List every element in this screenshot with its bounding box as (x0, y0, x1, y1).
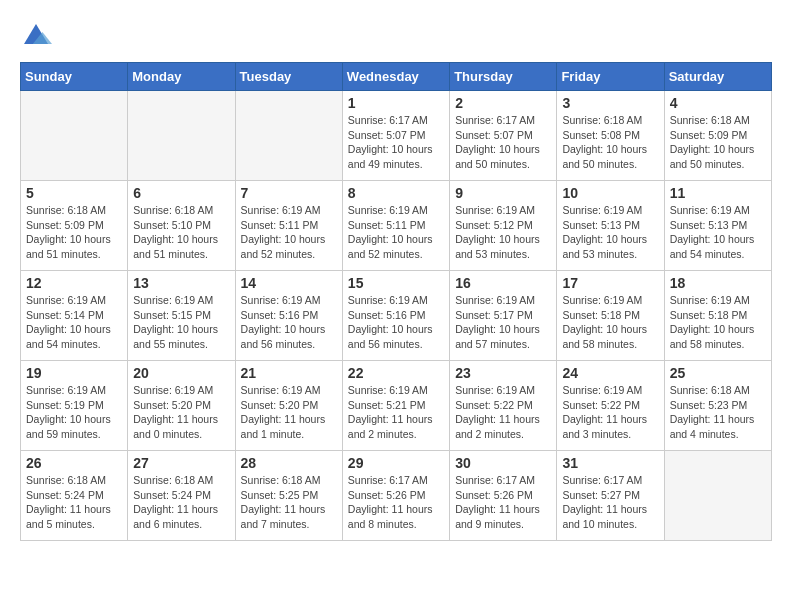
calendar-cell: 27Sunrise: 6:18 AM Sunset: 5:24 PM Dayli… (128, 451, 235, 541)
calendar-cell: 29Sunrise: 6:17 AM Sunset: 5:26 PM Dayli… (342, 451, 449, 541)
day-info: Sunrise: 6:19 AM Sunset: 5:15 PM Dayligh… (133, 293, 229, 352)
calendar-cell: 30Sunrise: 6:17 AM Sunset: 5:26 PM Dayli… (450, 451, 557, 541)
day-info: Sunrise: 6:19 AM Sunset: 5:11 PM Dayligh… (348, 203, 444, 262)
day-info: Sunrise: 6:17 AM Sunset: 5:07 PM Dayligh… (348, 113, 444, 172)
calendar-cell (128, 91, 235, 181)
calendar-cell (21, 91, 128, 181)
day-number: 13 (133, 275, 229, 291)
day-info: Sunrise: 6:19 AM Sunset: 5:22 PM Dayligh… (455, 383, 551, 442)
calendar-cell: 5Sunrise: 6:18 AM Sunset: 5:09 PM Daylig… (21, 181, 128, 271)
day-number: 29 (348, 455, 444, 471)
day-info: Sunrise: 6:18 AM Sunset: 5:08 PM Dayligh… (562, 113, 658, 172)
day-info: Sunrise: 6:19 AM Sunset: 5:16 PM Dayligh… (241, 293, 337, 352)
day-info: Sunrise: 6:17 AM Sunset: 5:26 PM Dayligh… (455, 473, 551, 532)
day-number: 27 (133, 455, 229, 471)
calendar-cell: 7Sunrise: 6:19 AM Sunset: 5:11 PM Daylig… (235, 181, 342, 271)
calendar-cell: 16Sunrise: 6:19 AM Sunset: 5:17 PM Dayli… (450, 271, 557, 361)
page-header (20, 20, 772, 52)
calendar-cell (664, 451, 771, 541)
calendar-cell: 19Sunrise: 6:19 AM Sunset: 5:19 PM Dayli… (21, 361, 128, 451)
day-number: 28 (241, 455, 337, 471)
day-info: Sunrise: 6:19 AM Sunset: 5:20 PM Dayligh… (133, 383, 229, 442)
calendar-cell: 15Sunrise: 6:19 AM Sunset: 5:16 PM Dayli… (342, 271, 449, 361)
day-info: Sunrise: 6:18 AM Sunset: 5:09 PM Dayligh… (26, 203, 122, 262)
calendar-cell: 6Sunrise: 6:18 AM Sunset: 5:10 PM Daylig… (128, 181, 235, 271)
day-number: 5 (26, 185, 122, 201)
day-number: 7 (241, 185, 337, 201)
calendar-cell: 17Sunrise: 6:19 AM Sunset: 5:18 PM Dayli… (557, 271, 664, 361)
day-number: 12 (26, 275, 122, 291)
day-info: Sunrise: 6:19 AM Sunset: 5:22 PM Dayligh… (562, 383, 658, 442)
day-number: 26 (26, 455, 122, 471)
day-number: 24 (562, 365, 658, 381)
header-friday: Friday (557, 63, 664, 91)
day-info: Sunrise: 6:18 AM Sunset: 5:10 PM Dayligh… (133, 203, 229, 262)
header-monday: Monday (128, 63, 235, 91)
day-info: Sunrise: 6:19 AM Sunset: 5:11 PM Dayligh… (241, 203, 337, 262)
calendar-cell: 22Sunrise: 6:19 AM Sunset: 5:21 PM Dayli… (342, 361, 449, 451)
day-number: 14 (241, 275, 337, 291)
header-thursday: Thursday (450, 63, 557, 91)
day-number: 17 (562, 275, 658, 291)
day-number: 23 (455, 365, 551, 381)
day-number: 8 (348, 185, 444, 201)
day-number: 25 (670, 365, 766, 381)
day-info: Sunrise: 6:19 AM Sunset: 5:19 PM Dayligh… (26, 383, 122, 442)
calendar-cell: 1Sunrise: 6:17 AM Sunset: 5:07 PM Daylig… (342, 91, 449, 181)
day-number: 30 (455, 455, 551, 471)
day-number: 15 (348, 275, 444, 291)
day-number: 16 (455, 275, 551, 291)
calendar-cell: 12Sunrise: 6:19 AM Sunset: 5:14 PM Dayli… (21, 271, 128, 361)
day-number: 20 (133, 365, 229, 381)
day-info: Sunrise: 6:19 AM Sunset: 5:12 PM Dayligh… (455, 203, 551, 262)
day-info: Sunrise: 6:19 AM Sunset: 5:13 PM Dayligh… (562, 203, 658, 262)
day-number: 18 (670, 275, 766, 291)
day-number: 19 (26, 365, 122, 381)
calendar-cell: 23Sunrise: 6:19 AM Sunset: 5:22 PM Dayli… (450, 361, 557, 451)
day-number: 21 (241, 365, 337, 381)
day-info: Sunrise: 6:19 AM Sunset: 5:20 PM Dayligh… (241, 383, 337, 442)
week-row-4: 19Sunrise: 6:19 AM Sunset: 5:19 PM Dayli… (21, 361, 772, 451)
calendar-cell: 3Sunrise: 6:18 AM Sunset: 5:08 PM Daylig… (557, 91, 664, 181)
day-info: Sunrise: 6:19 AM Sunset: 5:16 PM Dayligh… (348, 293, 444, 352)
day-info: Sunrise: 6:17 AM Sunset: 5:27 PM Dayligh… (562, 473, 658, 532)
day-number: 6 (133, 185, 229, 201)
calendar-cell: 26Sunrise: 6:18 AM Sunset: 5:24 PM Dayli… (21, 451, 128, 541)
header-sunday: Sunday (21, 63, 128, 91)
calendar-cell: 10Sunrise: 6:19 AM Sunset: 5:13 PM Dayli… (557, 181, 664, 271)
day-info: Sunrise: 6:18 AM Sunset: 5:23 PM Dayligh… (670, 383, 766, 442)
calendar-cell: 28Sunrise: 6:18 AM Sunset: 5:25 PM Dayli… (235, 451, 342, 541)
day-info: Sunrise: 6:19 AM Sunset: 5:17 PM Dayligh… (455, 293, 551, 352)
day-info: Sunrise: 6:18 AM Sunset: 5:24 PM Dayligh… (133, 473, 229, 532)
calendar-cell: 2Sunrise: 6:17 AM Sunset: 5:07 PM Daylig… (450, 91, 557, 181)
day-info: Sunrise: 6:18 AM Sunset: 5:25 PM Dayligh… (241, 473, 337, 532)
header-wednesday: Wednesday (342, 63, 449, 91)
day-number: 3 (562, 95, 658, 111)
calendar-cell: 25Sunrise: 6:18 AM Sunset: 5:23 PM Dayli… (664, 361, 771, 451)
day-number: 2 (455, 95, 551, 111)
calendar-cell: 31Sunrise: 6:17 AM Sunset: 5:27 PM Dayli… (557, 451, 664, 541)
calendar-cell: 21Sunrise: 6:19 AM Sunset: 5:20 PM Dayli… (235, 361, 342, 451)
header-saturday: Saturday (664, 63, 771, 91)
calendar-cell: 14Sunrise: 6:19 AM Sunset: 5:16 PM Dayli… (235, 271, 342, 361)
calendar-cell: 11Sunrise: 6:19 AM Sunset: 5:13 PM Dayli… (664, 181, 771, 271)
day-number: 9 (455, 185, 551, 201)
day-info: Sunrise: 6:17 AM Sunset: 5:26 PM Dayligh… (348, 473, 444, 532)
logo-icon (20, 20, 52, 52)
day-info: Sunrise: 6:18 AM Sunset: 5:24 PM Dayligh… (26, 473, 122, 532)
calendar-cell: 9Sunrise: 6:19 AM Sunset: 5:12 PM Daylig… (450, 181, 557, 271)
calendar-cell: 4Sunrise: 6:18 AM Sunset: 5:09 PM Daylig… (664, 91, 771, 181)
calendar-cell: 18Sunrise: 6:19 AM Sunset: 5:18 PM Dayli… (664, 271, 771, 361)
calendar-cell: 24Sunrise: 6:19 AM Sunset: 5:22 PM Dayli… (557, 361, 664, 451)
logo (20, 20, 56, 52)
day-number: 10 (562, 185, 658, 201)
header-tuesday: Tuesday (235, 63, 342, 91)
week-row-2: 5Sunrise: 6:18 AM Sunset: 5:09 PM Daylig… (21, 181, 772, 271)
day-info: Sunrise: 6:17 AM Sunset: 5:07 PM Dayligh… (455, 113, 551, 172)
calendar-cell: 8Sunrise: 6:19 AM Sunset: 5:11 PM Daylig… (342, 181, 449, 271)
day-number: 11 (670, 185, 766, 201)
day-number: 1 (348, 95, 444, 111)
day-info: Sunrise: 6:19 AM Sunset: 5:18 PM Dayligh… (562, 293, 658, 352)
day-info: Sunrise: 6:19 AM Sunset: 5:21 PM Dayligh… (348, 383, 444, 442)
day-number: 4 (670, 95, 766, 111)
